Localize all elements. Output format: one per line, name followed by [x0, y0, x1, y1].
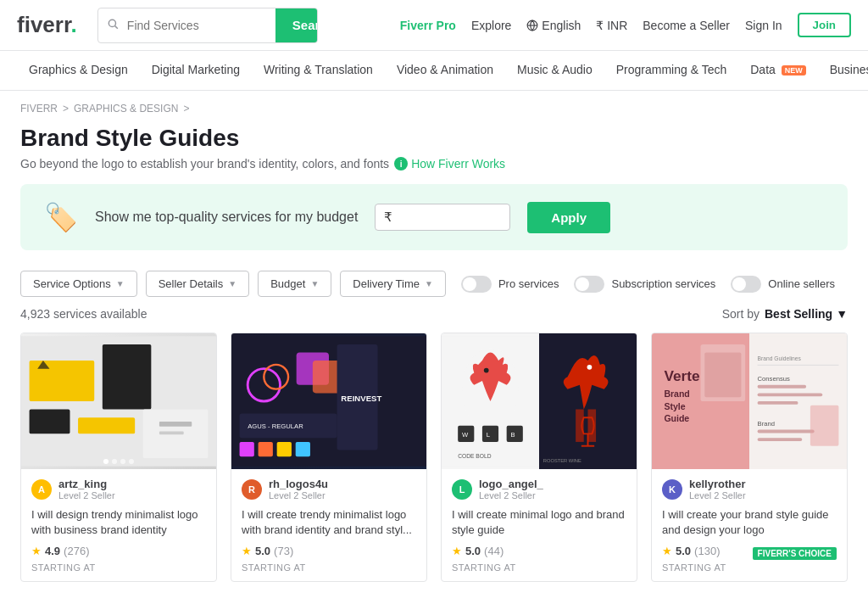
dot [103, 459, 108, 464]
cards-grid: A artz_king Level 2 Seller I will design… [0, 333, 868, 602]
svg-rect-8 [78, 417, 135, 433]
starting-at-label-2: STARTING AT [242, 562, 416, 573]
card-rating-4: ★ 5.0 (130) [662, 545, 720, 557]
svg-text:Brand: Brand [664, 389, 689, 399]
card-title-4: I will create your brand style guide and… [662, 507, 837, 538]
breadcrumb-home[interactable]: FIVERR [20, 103, 58, 115]
seller-level-1: Level 2 Seller [58, 490, 115, 501]
delivery-time-filter[interactable]: Delivery Time ▼ [340, 271, 446, 297]
currency-selector[interactable]: ₹ INR [596, 19, 627, 32]
breadcrumb-sep1: > [63, 103, 69, 115]
pro-services-toggle[interactable] [461, 276, 492, 293]
rating-count-4: (130) [694, 545, 720, 557]
how-fiverr-works-link[interactable]: i How Fiverr Works [394, 157, 505, 171]
delivery-time-label: Delivery Time [353, 277, 420, 290]
seller-details-filter[interactable]: Seller Details ▼ [146, 271, 250, 297]
svg-rect-22 [240, 442, 254, 456]
svg-text:Brand Guidelines: Brand Guidelines [758, 355, 802, 361]
seller-details-label: Seller Details [159, 277, 224, 290]
card-bottom-4: ★ 5.0 (130) FIVERR'S CHOICE [662, 545, 837, 562]
svg-point-28 [484, 368, 489, 373]
cat-nav-business[interactable]: Business [818, 51, 868, 90]
card-body-1: A artz_king Level 2 Seller I will design… [21, 469, 216, 581]
budget-text: Show me top-quality services for my budg… [95, 210, 358, 225]
fiverr-pro-link[interactable]: Fiverr Pro [400, 19, 456, 32]
how-link-text: How Fiverr Works [411, 157, 505, 171]
seller-level-4: Level 2 Seller [689, 490, 746, 501]
service-options-filter[interactable]: Service Options ▼ [20, 271, 137, 297]
chevron-down-icon: ▼ [425, 279, 433, 288]
seller-avatar-1: A [31, 479, 52, 500]
pro-services-toggle-group: Pro services [461, 276, 559, 293]
seller-level-3: Level 2 Seller [479, 490, 543, 501]
search-input[interactable] [127, 12, 275, 39]
svg-rect-58 [810, 405, 839, 446]
star-icon: ★ [662, 545, 672, 557]
online-sellers-label: Online sellers [768, 277, 835, 290]
seller-name-4: kellyrother [689, 478, 746, 490]
budget-banner: 🏷️ Show me top-quality services for my b… [20, 184, 848, 250]
card-rating-3: ★ 5.0 (44) [452, 545, 626, 557]
search-button[interactable]: Search [275, 8, 318, 42]
apply-button[interactable]: Apply [527, 202, 610, 233]
breadcrumb-category[interactable]: GRAPHICS & DESIGN [74, 103, 178, 115]
cat-nav-video-animation[interactable]: Video & Animation [385, 51, 505, 90]
card-image-4: Verte Brand Style Guide Brand Guidelines… [652, 333, 847, 469]
seller-avatar-2: R [242, 479, 262, 500]
svg-line-1 [114, 26, 117, 29]
card-seller-3: L logo_angel_ Level 2 Seller [452, 478, 626, 501]
sign-in-link[interactable]: Sign In [745, 19, 782, 32]
card-title-2: I will create trendy minimalist logo wit… [242, 507, 416, 538]
rating-count-3: (44) [484, 545, 504, 557]
subscription-services-toggle[interactable] [574, 276, 604, 293]
explore-link[interactable]: Explore [471, 19, 511, 32]
svg-point-37 [587, 365, 593, 370]
cat-nav-programming-tech[interactable]: Programming & Tech [604, 51, 738, 90]
card-dots-1 [103, 459, 134, 464]
cat-nav-writing-translation[interactable]: Writing & Translation [252, 51, 385, 90]
dot [120, 459, 125, 464]
language-selector[interactable]: English [526, 19, 581, 32]
seller-name-1: artz_king [58, 478, 115, 490]
seller-info-3: logo_angel_ Level 2 Seller [479, 478, 543, 501]
online-sellers-toggle[interactable] [731, 276, 761, 293]
service-card-2[interactable]: REINVEST AGUS - REGULAR R rh_logos4u Lev… [231, 333, 427, 582]
budget-filter[interactable]: Budget ▼ [258, 271, 331, 297]
svg-text:CODE BOLD: CODE BOLD [458, 453, 492, 459]
svg-text:Style: Style [664, 401, 685, 411]
svg-rect-11 [159, 431, 184, 434]
seller-name-3: logo_angel_ [479, 478, 543, 490]
star-icon: ★ [452, 545, 462, 557]
svg-rect-23 [259, 442, 273, 456]
pro-services-label: Pro services [498, 277, 559, 290]
card-rating-2: ★ 5.0 (73) [242, 545, 416, 557]
results-count: 4,923 services available [20, 307, 147, 321]
starting-at-label-3: STARTING AT [452, 562, 626, 573]
budget-input[interactable] [396, 210, 481, 225]
card-seller-2: R rh_logos4u Level 2 Seller [242, 478, 416, 501]
svg-rect-10 [159, 422, 192, 427]
budget-icon: 🏷️ [44, 201, 78, 233]
sort-value-selector[interactable]: Best Selling ▼ [765, 307, 848, 321]
cat-nav-music-audio[interactable]: Music & Audio [505, 51, 604, 90]
starting-at-label-4: STARTING AT [662, 562, 837, 573]
join-button[interactable]: Join [798, 13, 851, 37]
service-card-1[interactable]: A artz_king Level 2 Seller I will design… [20, 333, 217, 582]
cat-nav-data[interactable]: Data NEW [738, 51, 817, 90]
svg-text:Verte: Verte [664, 367, 699, 384]
fiverrs-choice-badge: FIVERR'S CHOICE [753, 547, 837, 560]
seller-level-2: Level 2 Seller [269, 490, 328, 501]
dot [112, 459, 117, 464]
language-label: English [542, 19, 581, 32]
service-card-4[interactable]: Verte Brand Style Guide Brand Guidelines… [651, 333, 848, 582]
chevron-down-icon: ▼ [836, 307, 848, 321]
budget-label: Budget [270, 277, 305, 290]
subscription-services-label: Subscription services [611, 277, 715, 290]
cat-nav-digital-marketing[interactable]: Digital Marketing [140, 51, 252, 90]
page-description: Go beyond the logo to establish your bra… [20, 157, 848, 171]
service-card-3[interactable]: W L B CODE BOLD RO [441, 333, 637, 582]
filters-row: Service Options ▼ Seller Details ▼ Budge… [0, 271, 868, 307]
rating-value-2: 5.0 [255, 545, 270, 557]
become-seller-link[interactable]: Become a Seller [643, 19, 730, 32]
cat-nav-graphics-design[interactable]: Graphics & Design [17, 51, 140, 90]
